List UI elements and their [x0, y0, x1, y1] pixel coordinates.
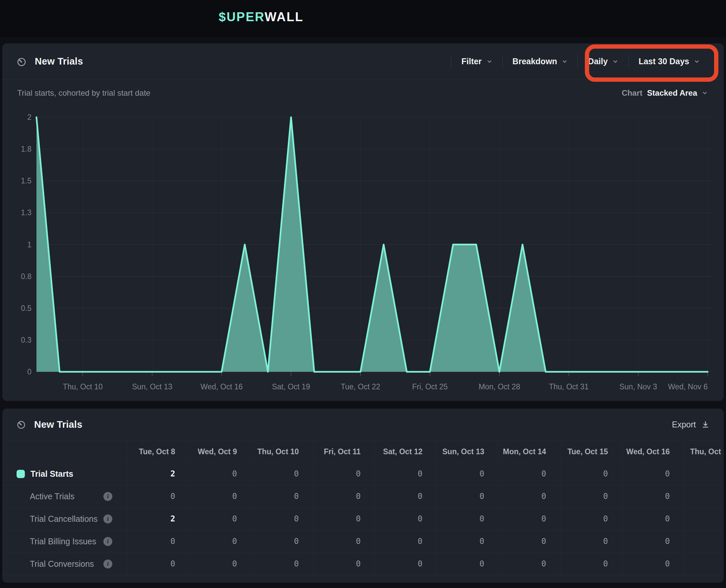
table-cell: 0 [498, 553, 560, 575]
column-header: Thu, Oct 10 [251, 441, 313, 463]
chart-panel-title: New Trials [35, 56, 83, 67]
column-header: Mon, Oct 14 [498, 441, 560, 463]
table-cell: 0 [375, 463, 437, 485]
table-cell: 0 [313, 485, 375, 507]
row-label-cell: Trial Starts [2, 463, 127, 485]
row-label-cell: Trial Billing Issuesi [2, 530, 127, 552]
table-cell: 0 [189, 508, 251, 530]
timer-icon [16, 56, 27, 67]
table-cell: 0 [437, 463, 498, 485]
row-label-cell: Active Trialsi [2, 485, 127, 507]
x-axis-label: Wed, Nov 6 [628, 382, 708, 392]
breakdown-dropdown[interactable]: Breakdown [503, 51, 578, 71]
table-row: Trial Billing Issuesi000000000 [2, 530, 724, 552]
table-cell [684, 553, 724, 575]
x-axis-label: Thu, Oct 31 [529, 382, 609, 392]
table-cell: 0 [375, 530, 437, 552]
table-cell: 0 [622, 553, 684, 575]
table-cell: 0 [189, 485, 251, 507]
table-cell [684, 485, 724, 507]
y-axis-label: 1.3 [2, 208, 32, 217]
logo-suffix: WALL [265, 10, 304, 24]
x-axis-label: Mon, Oct 28 [460, 382, 539, 392]
table-cell: 0 [437, 530, 498, 552]
table-cell: 0 [498, 530, 560, 552]
x-axis-label: Thu, Oct 10 [43, 382, 123, 392]
chart-subtitle: Trial starts, cohorted by trial start da… [17, 88, 150, 98]
table-cell: 0 [498, 485, 560, 507]
trial-starts-area-fill [37, 117, 708, 372]
table-cell [684, 463, 724, 485]
column-header: Fri, Oct 11 [313, 441, 375, 463]
row-label-cell: Trial Conversionsi [2, 553, 127, 575]
table-cell: 0 [375, 553, 437, 575]
table-cell: 2 [127, 508, 189, 530]
info-icon[interactable]: i [103, 514, 112, 523]
table-cell: 0 [560, 508, 622, 530]
x-axis-label: Fri, Oct 25 [390, 382, 469, 392]
logo-prefix: $UPER [219, 10, 265, 24]
table-cell [684, 508, 724, 530]
superwall-logo: $UPERWALL [219, 10, 304, 24]
chart-type-select[interactable]: Chart Stacked Area [622, 88, 708, 98]
table-row: Trial Conversionsi000000000 [2, 552, 724, 575]
column-header: Wed, Oct 9 [189, 441, 251, 463]
chart-panel-header: New Trials Filter Breakdown Daily Last 3… [2, 43, 724, 80]
table-cell: 0 [622, 485, 684, 507]
table-cell: 0 [560, 463, 622, 485]
cohort-table: Tue, Oct 8Wed, Oct 9Thu, Oct 10Fri, Oct … [2, 440, 724, 575]
column-header: Thu, Oct 17 [684, 441, 724, 463]
table-cell: 0 [313, 553, 375, 575]
y-axis-label: 0.5 [2, 303, 32, 313]
trial-starts-line [37, 117, 708, 372]
table-cell: 0 [313, 463, 375, 485]
table-cell: 0 [127, 485, 189, 507]
granularity-dropdown[interactable]: Daily [578, 51, 628, 71]
table-cell: 0 [189, 463, 251, 485]
table-cell: 0 [437, 485, 498, 507]
export-button[interactable]: Export [672, 420, 710, 429]
table-cell: 0 [622, 463, 684, 485]
y-axis-label: 1.5 [2, 176, 32, 185]
table-cell: 0 [622, 508, 684, 530]
table-cell: 0 [313, 508, 375, 530]
table-cell: 0 [498, 508, 560, 530]
table-row: Trial Starts200000000 [2, 463, 724, 485]
table-cell: 0 [189, 553, 251, 575]
table-cell: 0 [560, 553, 622, 575]
table-cell: 0 [437, 508, 498, 530]
table-row: Trial Cancellationsi200000000 [2, 507, 724, 530]
table-cell: 0 [189, 530, 251, 552]
chevron-down-icon [612, 59, 618, 65]
table-corner-cell [2, 441, 127, 463]
table-cell: 0 [313, 530, 375, 552]
info-icon[interactable]: i [103, 560, 112, 568]
filter-dropdown[interactable]: Filter [451, 51, 502, 71]
row-label-cell: Trial Cancellationsi [2, 508, 127, 530]
column-header: Sat, Oct 12 [375, 441, 437, 463]
table-row: Active Trialsi000000000 [2, 485, 724, 507]
date-range-dropdown[interactable]: Last 30 Days [629, 51, 710, 71]
table-cell: 0 [375, 485, 437, 507]
date-range-label: Last 30 Days [639, 57, 689, 66]
table-cell: 0 [251, 463, 313, 485]
info-icon[interactable]: i [103, 492, 112, 501]
y-axis-label: 1 [2, 240, 32, 249]
column-header: Tue, Oct 8 [127, 441, 189, 463]
table-cell: 0 [375, 508, 437, 530]
export-label: Export [672, 420, 696, 429]
column-header: Sun, Oct 13 [437, 441, 498, 463]
table-cell: 2 [127, 463, 189, 485]
top-bar: $UPERWALL [0, 0, 726, 37]
chart-type-value: Stacked Area [647, 88, 697, 98]
table-cell [684, 530, 724, 552]
download-icon [701, 420, 710, 429]
y-axis-label: 0.8 [2, 272, 32, 281]
chevron-down-icon [562, 59, 568, 65]
x-axis-label: Sun, Oct 13 [112, 382, 192, 392]
row-label: Active Trials [2, 485, 75, 507]
info-icon[interactable]: i [103, 537, 112, 546]
table-cell: 0 [251, 553, 313, 575]
table-cell: 0 [251, 485, 313, 507]
chart-controls: Filter Breakdown Daily Last 30 Days [451, 51, 710, 71]
